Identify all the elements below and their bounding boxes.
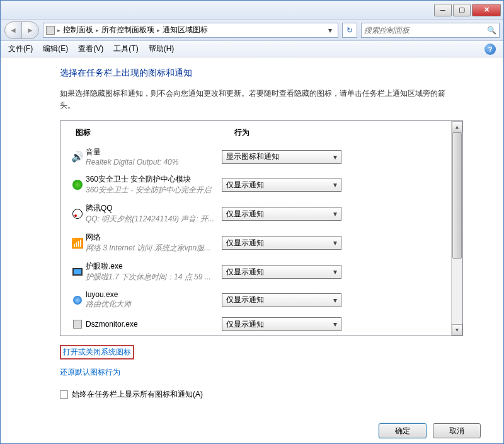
behavior-select[interactable]: 仅显示通知	[222, 293, 341, 307]
icons-list: 图标 行为 🔊音量Realtek Digital Output: 40%显示图标…	[60, 120, 463, 336]
item-title: 护眼啦.exe	[86, 261, 217, 272]
control-panel-window: ─ ▢ ✕ ◄ ► ▸ 控制面板 ▸ 所有控制面板项 ▸ 通知区域图标 ▾ ↻ …	[0, 0, 504, 444]
chevron-right-icon: ▸	[57, 27, 60, 33]
content-area: 选择在任务栏上出现的图标和通知 如果选择隐藏图标和通知，则不会向您通知更改和更新…	[1, 57, 503, 443]
list-item: 360安全卫士 安全防护中心模块360安全卫士 - 安全防护中心完全开启仅显示通…	[60, 170, 451, 199]
behavior-select[interactable]: 仅显示通知	[222, 265, 341, 279]
scrollbar[interactable]: ▲ ▼	[451, 121, 462, 336]
chevron-right-icon: ▸	[157, 27, 160, 33]
item-title: luyou.exe	[86, 290, 217, 299]
menu-view[interactable]: 查看(V)	[73, 41, 108, 57]
behavior-select[interactable]: 仅显示通知	[222, 236, 341, 250]
scroll-up-button[interactable]: ▲	[452, 121, 462, 132]
item-subtitle: 360安全卫士 - 安全防护中心完全开启	[86, 185, 217, 196]
page-title: 选择在任务栏上出现的图标和通知	[60, 67, 503, 79]
menu-tools[interactable]: 工具(T)	[108, 41, 143, 57]
always-show-label: 始终在任务栏上显示所有图标和通知(A)	[72, 389, 203, 400]
scroll-down-button[interactable]: ▼	[452, 324, 462, 336]
menubar: 文件(F) 编辑(E) 查看(V) 工具(T) 帮助(H) ?	[1, 41, 503, 57]
address-dropdown[interactable]: ▾	[325, 26, 335, 35]
maximize-button[interactable]: ▢	[453, 4, 471, 16]
item-title: 360安全卫士 安全防护中心模块	[86, 174, 217, 185]
cancel-button[interactable]: 取消	[433, 423, 481, 438]
refresh-button[interactable]: ↻	[342, 23, 357, 38]
list-item: 护眼啦.exe护眼啦1.7 下次休息时间：14 点 59 ...仅显示通知	[60, 257, 451, 286]
crumb-all-items[interactable]: 所有控制面板项	[101, 25, 154, 35]
breadcrumb[interactable]: ▸ 控制面板 ▸ 所有控制面板项 ▸ 通知区域图标 ▾	[43, 23, 338, 38]
titlebar: ─ ▢ ✕	[1, 1, 503, 20]
column-header-icon: 图标	[76, 127, 234, 138]
item-subtitle: QQ: 明天夕然(1124241149) 声音: 开...	[86, 214, 217, 225]
item-subtitle: 网络 3 Internet 访问 系统之家vpn服...	[86, 243, 217, 254]
close-button[interactable]: ✕	[472, 4, 501, 16]
behavior-select[interactable]: 仅显示通知	[222, 317, 341, 331]
menu-edit[interactable]: 编辑(E)	[38, 41, 73, 57]
monitor-icon	[72, 268, 83, 276]
scroll-thumb[interactable]	[452, 132, 462, 259]
item-title: 网络	[86, 232, 217, 243]
menu-help[interactable]: 帮助(H)	[144, 41, 180, 57]
behavior-select[interactable]: 显示图标和通知	[222, 150, 341, 164]
item-title: 腾讯QQ	[86, 203, 217, 214]
page-description: 如果选择隐藏图标和通知，则不会向您通知更改和更新。若要随时查看隐藏的图标，请单击…	[60, 88, 450, 112]
search-box[interactable]: 🔍	[361, 23, 500, 38]
item-subtitle: Realtek Digital Output: 40%	[86, 158, 217, 166]
list-item: 🔊音量Realtek Digital Output: 40%显示图标和通知	[60, 143, 451, 170]
qq-icon	[72, 209, 83, 219]
item-subtitle: 路由优化大师	[86, 299, 217, 310]
item-title: 音量	[86, 147, 217, 158]
item-title: Dszmonitor.exe	[86, 320, 217, 329]
menu-file[interactable]: 文件(F)	[3, 41, 38, 57]
list-item: 腾讯QQQQ: 明天夕然(1124241149) 声音: 开...仅显示通知	[60, 199, 451, 228]
crumb-notification-icons[interactable]: 通知区域图标	[163, 25, 208, 35]
360-icon	[72, 180, 83, 190]
link-system-icons[interactable]: 打开或关闭系统图标	[60, 345, 134, 359]
forward-button[interactable]: ►	[21, 21, 39, 39]
address-bar: ◄ ► ▸ 控制面板 ▸ 所有控制面板项 ▸ 通知区域图标 ▾ ↻ 🔍	[1, 20, 503, 41]
back-button[interactable]: ◄	[4, 21, 22, 39]
ok-button[interactable]: 确定	[379, 423, 427, 438]
item-subtitle: 护眼啦1.7 下次休息时间：14 点 59 ...	[86, 272, 217, 283]
help-icon[interactable]: ?	[484, 44, 496, 55]
luyou-icon	[73, 296, 82, 305]
network-icon: 📶	[71, 237, 84, 249]
app-icon	[73, 320, 82, 329]
always-show-checkbox[interactable]	[60, 390, 68, 399]
link-restore-defaults[interactable]: 还原默认图标行为	[60, 367, 120, 378]
control-panel-icon	[46, 26, 55, 35]
speaker-icon: 🔊	[71, 151, 84, 163]
crumb-control-panel[interactable]: 控制面板	[63, 25, 93, 35]
list-item: Dszmonitor.exe仅显示通知	[60, 313, 451, 335]
behavior-select[interactable]: 仅显示通知	[222, 207, 341, 221]
list-item: 📶网络网络 3 Internet 访问 系统之家vpn服...仅显示通知	[60, 228, 451, 257]
list-item: luyou.exe路由优化大师仅显示通知	[60, 286, 451, 313]
chevron-right-icon: ▸	[96, 27, 99, 33]
minimize-button[interactable]: ─	[434, 4, 452, 16]
search-icon[interactable]: 🔍	[487, 26, 496, 35]
column-header-behavior: 行为	[234, 127, 436, 138]
search-input[interactable]	[364, 26, 487, 35]
behavior-select[interactable]: 仅显示通知	[222, 178, 341, 192]
